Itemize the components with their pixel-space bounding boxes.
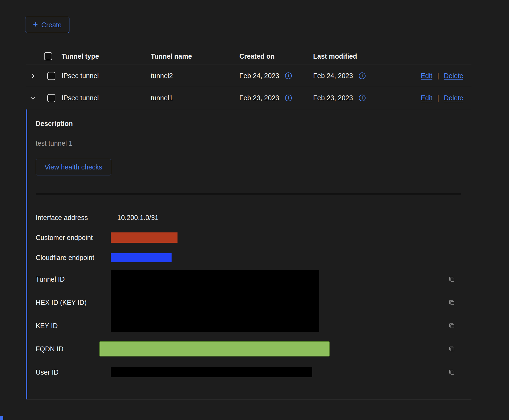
actions-cell: Edit | Delete — [415, 94, 471, 102]
created-on-cell: Feb 24, 2023 i — [239, 72, 313, 80]
checkbox-cell — [41, 94, 62, 102]
table-header-row: Tunnel type Tunnel name Created on Last … — [26, 48, 471, 65]
info-icon[interactable]: i — [285, 95, 292, 101]
actions-separator: | — [437, 72, 439, 80]
created-on-value: Feb 24, 2023 — [239, 72, 279, 80]
description-label: Description — [36, 120, 471, 128]
tunnels-page: + Create Tunnel type Tunnel name Created… — [0, 0, 509, 420]
copy-icon[interactable] — [448, 369, 455, 376]
last-modified-value: Feb 23, 2023 — [313, 94, 353, 102]
chevron-right-icon[interactable] — [29, 72, 36, 79]
copy-icon[interactable] — [448, 276, 455, 283]
tunnel-name-cell: tunnel2 — [151, 72, 239, 80]
last-modified-cell: Feb 24, 2023 i — [313, 72, 415, 80]
field-label: HEX ID (KEY ID) — [36, 299, 111, 306]
delete-link[interactable]: Delete — [444, 94, 463, 102]
tunnels-table: Tunnel type Tunnel name Created on Last … — [26, 48, 471, 109]
customer-endpoint-redacted-value — [111, 232, 178, 243]
copy-icon[interactable] — [448, 345, 455, 352]
view-health-checks-button[interactable]: View health checks — [36, 159, 111, 175]
last-modified-value: Feb 24, 2023 — [313, 72, 353, 80]
create-button-label: Create — [41, 21, 62, 29]
row-checkbox[interactable] — [47, 72, 55, 80]
bottom-left-blue-fragment — [0, 416, 3, 420]
tunnel-type-cell: IPsec tunnel — [62, 72, 151, 80]
checkbox-cell — [41, 72, 62, 80]
tunnel-detail-panel: Description test tunnel 1 View health ch… — [26, 109, 471, 399]
chevron-down-icon[interactable] — [29, 95, 36, 102]
field-label: Interface address — [36, 214, 111, 222]
table-row: IPsec tunnel tunnel2 Feb 24, 2023 i Feb … — [26, 65, 471, 87]
field-row-cloudflare-endpoint: Cloudflare endpoint — [36, 248, 471, 268]
field-row-interface-address: Interface address 10.200.1.0/31 — [36, 208, 471, 228]
copy-icon[interactable] — [448, 299, 455, 306]
tunnel-ids-block: Tunnel ID HEX ID (KEY ID) KEY ID — [36, 268, 471, 337]
delete-link[interactable]: Delete — [444, 72, 463, 80]
table-row: IPsec tunnel tunnel1 Feb 23, 2023 i Feb … — [26, 87, 471, 109]
column-header-tunnel-type: Tunnel type — [62, 52, 151, 60]
tunnel-name-cell: tunnel1 — [151, 94, 239, 102]
tunnel-fields: Interface address 10.200.1.0/31 Customer… — [36, 208, 471, 384]
info-icon[interactable]: i — [359, 95, 366, 101]
create-button[interactable]: + Create — [25, 17, 69, 33]
field-label: Tunnel ID — [36, 275, 111, 283]
info-icon[interactable]: i — [359, 72, 366, 79]
row-checkbox[interactable] — [47, 94, 55, 102]
edit-link[interactable]: Edit — [421, 94, 432, 102]
copy-icon[interactable] — [448, 322, 455, 329]
interface-address-value: 10.200.1.0/31 — [117, 214, 159, 222]
description-value: test tunnel 1 — [36, 139, 471, 147]
column-header-tunnel-name: Tunnel name — [151, 52, 239, 60]
expander-cell — [26, 72, 41, 79]
cloudflare-endpoint-redacted-value — [111, 253, 172, 262]
tunnel-type-cell: IPsec tunnel — [62, 94, 151, 102]
expander-cell — [26, 95, 41, 102]
plus-icon: + — [33, 20, 38, 29]
edit-link[interactable]: Edit — [421, 72, 432, 80]
field-row-customer-endpoint: Customer endpoint — [36, 228, 471, 248]
created-on-value: Feb 23, 2023 — [239, 94, 279, 102]
field-label: Cloudflare endpoint — [36, 254, 111, 262]
field-row-fqdn-id: FQDN ID — [36, 337, 471, 361]
fqdn-id-redacted-value — [99, 341, 330, 356]
info-icon[interactable]: i — [285, 72, 292, 79]
field-row-user-id: User ID — [36, 361, 471, 384]
header-checkbox-cell — [41, 52, 62, 60]
field-label: KEY ID — [36, 322, 111, 330]
actions-separator: | — [437, 94, 439, 102]
actions-cell: Edit | Delete — [415, 72, 471, 80]
field-label: User ID — [36, 368, 111, 376]
user-id-redacted-value — [111, 367, 312, 377]
created-on-cell: Feb 23, 2023 i — [239, 94, 313, 102]
section-divider — [36, 194, 461, 194]
column-header-last-modified: Last modified — [313, 52, 415, 60]
select-all-checkbox[interactable] — [44, 52, 52, 60]
field-label: Customer endpoint — [36, 234, 111, 242]
column-header-created-on: Created on — [239, 52, 313, 60]
last-modified-cell: Feb 23, 2023 i — [313, 94, 415, 102]
ids-redacted-block — [111, 270, 319, 332]
